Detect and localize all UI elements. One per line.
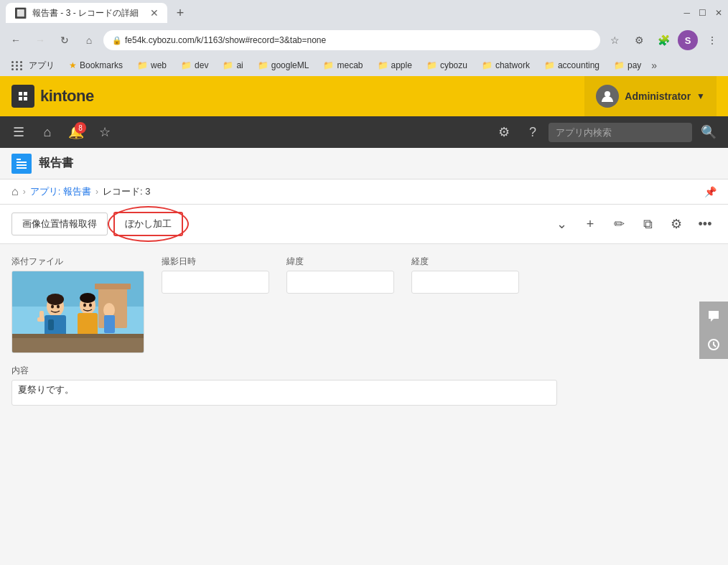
kintone-logo-text: kintone [40, 87, 94, 106]
bookmark-mecab-label: mecab [337, 60, 363, 70]
attachment-image[interactable] [11, 271, 144, 353]
field-row-2: 内容 夏祭りです。 [11, 365, 717, 406]
favorites-button[interactable]: ☆ [92, 119, 118, 145]
forward-button[interactable]: → [30, 30, 50, 50]
pin-icon[interactable]: 📌 [704, 186, 717, 197]
more-options-icon[interactable]: ⋮ [702, 30, 722, 50]
app-search-input[interactable] [549, 123, 692, 142]
bookmark-googleml[interactable]: 📁 googleML [252, 59, 315, 72]
window-controls: ─ ☐ ✕ [683, 8, 722, 18]
svg-point-19 [57, 305, 60, 309]
settings-icon[interactable]: ⚙ [629, 30, 649, 50]
folder-icon: 📁 [181, 60, 192, 70]
bookmark-chatwork[interactable]: 📁 chatwork [476, 59, 536, 72]
record-content: 添付ファイル [0, 244, 728, 565]
home-breadcrumb-icon[interactable]: ⌂ [11, 185, 19, 198]
bookmark-web-label: web [151, 60, 167, 70]
more-actions-icon[interactable]: ••• [694, 213, 717, 235]
user-avatar-icon [596, 85, 619, 108]
search-button[interactable]: 🔍 [695, 124, 722, 140]
bookmark-apps-label: アプリ [29, 60, 55, 72]
extensions-icon[interactable]: 🧩 [653, 30, 673, 50]
longitude-value [411, 271, 519, 294]
content-value: 夏祭りです。 [11, 380, 557, 406]
field-row-1: 添付ファイル [11, 256, 717, 353]
bookmark-bookmarks[interactable]: ★ Bookmarks [63, 59, 129, 72]
folder-icon: 📁 [544, 60, 555, 70]
url-bar[interactable]: 🔒 fe54k.cybozu.com/k/1163/show#record=3&… [103, 30, 600, 50]
edit-record-icon[interactable]: ✏ [607, 213, 630, 235]
back-button[interactable]: ← [6, 30, 26, 50]
folder-icon: 📁 [323, 60, 334, 70]
app-breadcrumb-link[interactable]: アプリ: 報告書 [30, 185, 91, 198]
notification-button[interactable]: 🔔 8 [63, 119, 89, 145]
bookmark-accounting[interactable]: 📁 accounting [538, 59, 605, 72]
title-bar: 🔲 報告書 - 3 - レコードの詳細 ✕ + ─ ☐ ✕ [0, 0, 728, 26]
attachment-label: 添付ファイル [11, 256, 144, 268]
shooting-date-value [162, 271, 269, 294]
bookmark-web[interactable]: 📁 web [131, 59, 172, 72]
home-button[interactable]: ⌂ [34, 119, 60, 145]
content-label: 内容 [11, 365, 557, 377]
profile-button[interactable]: S [678, 30, 698, 50]
bookmark-mecab[interactable]: 📁 mecab [317, 59, 368, 72]
tabs-area: 🔲 報告書 - 3 - レコードの詳細 ✕ + [6, 3, 190, 23]
latitude-value [286, 271, 394, 294]
bookmark-ai-label: ai [236, 60, 243, 70]
new-tab-button[interactable]: + [170, 3, 190, 23]
svg-point-17 [80, 293, 95, 303]
svg-point-0 [605, 91, 610, 97]
history-widget-button[interactable] [699, 330, 728, 359]
blur-effect-button[interactable]: ぼかし加工 [113, 212, 183, 236]
tab-favicon: 🔲 [14, 7, 27, 19]
active-tab[interactable]: 🔲 報告書 - 3 - レコードの詳細 ✕ [6, 3, 167, 23]
home-button[interactable]: ⌂ [79, 30, 99, 50]
latitude-label: 緯度 [286, 256, 394, 268]
shooting-date-field: 撮影日時 [162, 256, 269, 294]
svg-rect-25 [12, 334, 144, 338]
add-record-icon[interactable]: + [579, 213, 602, 235]
svg-rect-3 [17, 164, 27, 166]
bookmark-apple[interactable]: 📁 apple [372, 59, 418, 72]
user-dropdown-icon[interactable]: ▼ [696, 91, 705, 101]
bookmark-cybozu[interactable]: 📁 cybozu [421, 59, 473, 72]
settings-icon[interactable]: ⚙ [665, 213, 688, 235]
bookmark-pay[interactable]: 📁 pay [608, 59, 647, 72]
more-bookmarks-button[interactable]: » [651, 60, 657, 71]
star-icon[interactable]: ☆ [605, 30, 625, 50]
comment-widget-button[interactable] [699, 302, 728, 330]
svg-rect-1 [17, 159, 21, 160]
dropdown-icon[interactable]: ⌄ [550, 213, 573, 235]
hamburger-menu-button[interactable]: ☰ [6, 119, 32, 145]
help-icon[interactable]: ? [520, 119, 546, 145]
image-location-button[interactable]: 画像位置情報取得 [11, 213, 108, 235]
content-field: 内容 夏祭りです。 [11, 365, 557, 406]
folder-icon: 📁 [258, 60, 269, 70]
url-text: fe54k.cybozu.com/k/1163/show#record=3&ta… [125, 35, 326, 45]
longitude-label: 経度 [411, 256, 519, 268]
reload-button[interactable]: ↻ [55, 30, 75, 50]
gear-icon[interactable]: ⚙ [491, 119, 517, 145]
minimize-button[interactable]: ─ [683, 8, 690, 18]
bookmarks-bar: アプリ ★ Bookmarks 📁 web 📁 dev 📁 ai 📁 googl… [0, 55, 728, 76]
toolbar-right-actions: ⌄ + ✏ ⧉ ⚙ ••• [550, 213, 717, 235]
bookmark-googleml-label: googleML [271, 60, 309, 70]
folder-icon: 📁 [614, 60, 625, 70]
svg-rect-2 [17, 162, 27, 163]
bookmark-dev[interactable]: 📁 dev [175, 59, 214, 72]
user-menu[interactable]: Administrator ▼ [584, 76, 717, 116]
maximize-button[interactable]: ☐ [699, 8, 706, 18]
kintone-app: kintone Administrator ▼ ☰ ⌂ 🔔 8 ☆ ⚙ ? 🔍 … [0, 76, 728, 565]
svg-rect-23 [39, 311, 44, 319]
folder-icon: 📁 [426, 60, 437, 70]
app-title-bar: 報告書 [0, 148, 728, 179]
close-button[interactable]: ✕ [715, 8, 722, 18]
copy-record-icon[interactable]: ⧉ [636, 213, 659, 235]
svg-rect-13 [48, 319, 54, 330]
bookmark-ai[interactable]: 📁 ai [217, 59, 248, 72]
bookmark-bookmarks-label: Bookmarks [80, 60, 123, 70]
svg-rect-8 [95, 284, 131, 289]
tab-title: 報告書 - 3 - レコードの詳細 [32, 7, 139, 19]
bookmark-apps[interactable]: アプリ [6, 58, 60, 73]
tab-close-icon[interactable]: ✕ [150, 7, 159, 19]
